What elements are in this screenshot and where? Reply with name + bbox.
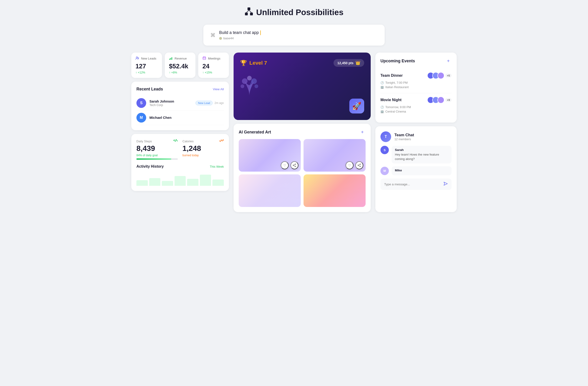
art-item-3	[239, 174, 301, 207]
level-left: 🏆 Level 7	[240, 60, 267, 66]
calories-wave-icon	[219, 139, 224, 143]
clock-icon-1: 🕐	[380, 81, 384, 85]
level-rocket-button[interactable]: 🚀	[349, 99, 364, 113]
svg-point-14	[242, 78, 248, 84]
search-badge: base44	[219, 37, 378, 40]
level-label: Level 7	[249, 60, 267, 66]
svg-rect-0	[248, 7, 250, 10]
svg-point-6	[138, 58, 139, 59]
add-event-button[interactable]: +	[445, 58, 452, 64]
activity-bar-7	[212, 179, 224, 186]
chat-input-row[interactable]	[380, 179, 452, 190]
leads-icon	[135, 56, 139, 61]
svg-rect-1	[245, 13, 248, 15]
lead-item-sarah: S Sarah Johnson Tech Corp New Lead 2m ag…	[136, 96, 224, 110]
svg-rect-9	[171, 57, 172, 60]
svg-line-28	[359, 166, 360, 166]
svg-point-21	[293, 165, 294, 166]
location-icon-1: 🏢	[380, 86, 384, 89]
event-count-badge-1: +5	[445, 74, 452, 77]
search-bar: ⌘ Build a team chat app base44	[203, 25, 385, 45]
location-icon-2: 🏢	[380, 110, 384, 113]
search-input-wrapper[interactable]: Build a team chat app base44	[219, 30, 378, 40]
chat-members-count: 12 members	[394, 137, 414, 141]
chat-send-button[interactable]	[443, 181, 448, 187]
search-cursor	[260, 30, 261, 35]
page-title: Unlimited Possibilities	[9, 7, 579, 18]
level-card: 🏆 Level 7 12,450 pts 👑	[233, 53, 371, 120]
activity-bar-6	[200, 175, 211, 186]
activity-period-link[interactable]: This Week	[210, 165, 224, 168]
stat-card-meetings: Meetings 24 ↑ +15%	[198, 53, 229, 78]
svg-point-15	[251, 78, 257, 84]
leads-title: Recent Leads	[136, 87, 163, 92]
svg-point-19	[295, 164, 296, 165]
middle-column: 🏆 Level 7 12,450 pts 👑	[233, 53, 371, 212]
svg-point-16	[247, 76, 252, 81]
search-input-text: Build a team chat app	[219, 30, 378, 35]
lead-item-michael: M Michael Chen	[136, 110, 224, 125]
chat-message-sarah: S Sarah Hey team! Hows the new feature c…	[380, 146, 452, 163]
art-like-button-1[interactable]: ♡	[281, 161, 289, 169]
title-icon	[245, 7, 253, 18]
art-item-2: ♡	[304, 139, 366, 172]
activity-title: Activity History	[136, 164, 164, 169]
art-share-button-2[interactable]	[355, 161, 363, 169]
team-chat-card: T Team Chat 12 members S Sarah Hey team!…	[375, 126, 457, 212]
chat-header-info: Team Chat 12 members	[394, 133, 414, 141]
ai-art-title: AI Generated Art	[239, 130, 271, 135]
svg-point-18	[254, 85, 258, 88]
svg-point-17	[241, 85, 244, 88]
svg-rect-7	[169, 59, 170, 60]
event-avatar-6	[437, 96, 444, 104]
ai-art-header: AI Generated Art +	[239, 129, 366, 135]
chat-group-avatar: T	[380, 131, 391, 142]
view-all-link[interactable]: View All	[213, 87, 224, 91]
events-header: Upcoming Events +	[380, 58, 452, 64]
activity-bar-3	[162, 181, 173, 186]
svg-point-5	[136, 57, 138, 58]
event-item-team-dinner: Team Dinner +5 🕐 Tonight, 7:00 PM 🏢 Ital…	[380, 69, 452, 93]
art-share-button-1[interactable]	[291, 161, 298, 169]
activity-bar-2	[149, 178, 161, 186]
lead-meta-sarah: New Lead 2m ago	[195, 101, 224, 105]
stats-row: New Leads 127 ↑ +12% Revenue $52.4k ↑ +8…	[131, 53, 229, 78]
event-top-team-dinner: Team Dinner +5	[380, 72, 452, 79]
health-card: Daily Steps 8,439 84% of daily goal Calo…	[131, 134, 229, 191]
art-like-button-2[interactable]: ♡	[346, 161, 354, 169]
svg-point-25	[360, 166, 361, 167]
event-time-team-dinner: 🕐 Tonight, 7:00 PM	[380, 81, 452, 85]
svg-point-24	[360, 164, 361, 165]
svg-rect-8	[170, 58, 171, 60]
activity-bar-5	[187, 179, 198, 186]
event-item-movie-night: Movie Night +9 🕐 Tomorrow, 9:00 PM 🏢 Cen…	[380, 93, 452, 117]
chat-content-mike: Mike	[392, 166, 452, 175]
event-top-movie-night: Movie Night +9	[380, 96, 452, 104]
chat-title: Team Chat	[394, 133, 414, 137]
right-column: Upcoming Events + Team Dinner +5 🕐 Tonig…	[375, 53, 457, 212]
chat-header: T Team Chat 12 members	[380, 131, 452, 142]
chat-message-mike: M Mike	[380, 166, 452, 175]
chat-avatar-mike: M	[380, 167, 389, 175]
event-count-badge-2: +9	[445, 98, 452, 102]
cmd-icon: ⌘	[210, 32, 215, 38]
meetings-icon	[202, 56, 206, 61]
level-plant-decoration	[240, 70, 259, 99]
art-item-1: ♡	[239, 139, 301, 172]
art-actions-1: ♡	[281, 161, 298, 169]
health-metrics-row: Daily Steps 8,439 84% of daily goal Calo…	[136, 139, 224, 160]
lead-avatar-sarah: S	[136, 98, 146, 108]
steps-metric: Daily Steps 8,439 84% of daily goal	[136, 139, 178, 160]
chat-input-field[interactable]	[384, 183, 441, 186]
event-avatar-3	[437, 72, 444, 79]
steps-progress-fill	[136, 158, 171, 160]
activity-bar-4	[174, 176, 186, 186]
event-avatars-movie-night: +9	[427, 96, 452, 104]
add-art-button[interactable]: +	[359, 129, 366, 135]
level-header: 🏆 Level 7 12,450 pts 👑	[240, 59, 364, 67]
trophy-icon: 🏆	[240, 60, 247, 66]
steps-progress-bg	[136, 158, 178, 160]
event-time-movie-night: 🕐 Tomorrow, 9:00 PM	[380, 105, 452, 109]
event-avatars-team-dinner: +5	[427, 72, 452, 79]
level-pts-badge: 12,450 pts 👑	[334, 59, 364, 67]
